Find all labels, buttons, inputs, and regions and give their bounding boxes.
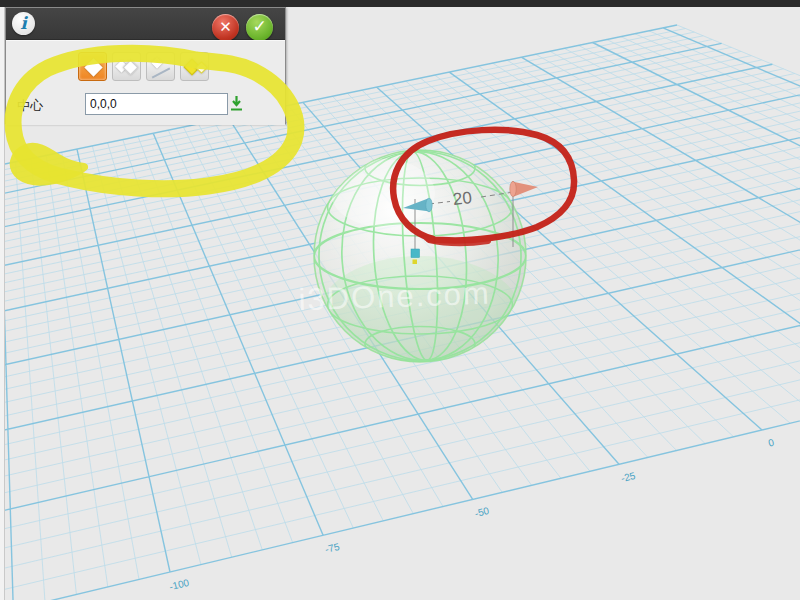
drag-handle-right-icon[interactable]	[510, 181, 538, 196]
origin-marker	[413, 260, 418, 265]
app-window: -100-75-50-250	[0, 0, 800, 600]
center-field-row: 中心	[6, 93, 287, 119]
grid-axis-label: 0	[767, 436, 775, 448]
dialog-titlebar[interactable]: i ✕ ✓	[6, 8, 285, 40]
sphere-center-marker[interactable]	[411, 249, 420, 258]
pick-point-arrow-icon[interactable]	[228, 95, 245, 112]
tool-double-diamond-button[interactable]	[112, 52, 141, 81]
grid-axis-label: -100	[168, 577, 191, 593]
sphere-model[interactable]	[312, 145, 528, 368]
dimension-value[interactable]: 20	[452, 188, 473, 209]
sphere-tool-dialog: i ✕ ✓	[5, 7, 286, 124]
edge-line-icon	[152, 67, 171, 78]
center-coordinates-input[interactable]	[85, 93, 228, 115]
tool-diamond-pair-button[interactable]	[180, 52, 209, 81]
grid-axis-label: -25	[620, 470, 637, 484]
window-top-strip	[0, 0, 800, 7]
dialog-body: 中心	[6, 40, 285, 125]
grid-axis-label: -50	[474, 505, 491, 519]
diamond-edge-icon	[151, 57, 162, 68]
grid-axis-label: -75	[324, 541, 341, 555]
confirm-button[interactable]: ✓	[246, 14, 273, 41]
tool-diamond-edge-button[interactable]	[146, 52, 175, 81]
cancel-button[interactable]: ✕	[212, 14, 239, 41]
watermark-text: i3DOne.com	[298, 276, 491, 318]
diamond-icon	[84, 58, 102, 76]
double-diamond-icon	[123, 60, 139, 76]
tool-mode-row	[78, 52, 209, 81]
center-field-label: 中心	[17, 97, 43, 115]
tool-single-diamond-button[interactable]	[78, 52, 107, 81]
info-icon[interactable]: i	[12, 12, 35, 35]
